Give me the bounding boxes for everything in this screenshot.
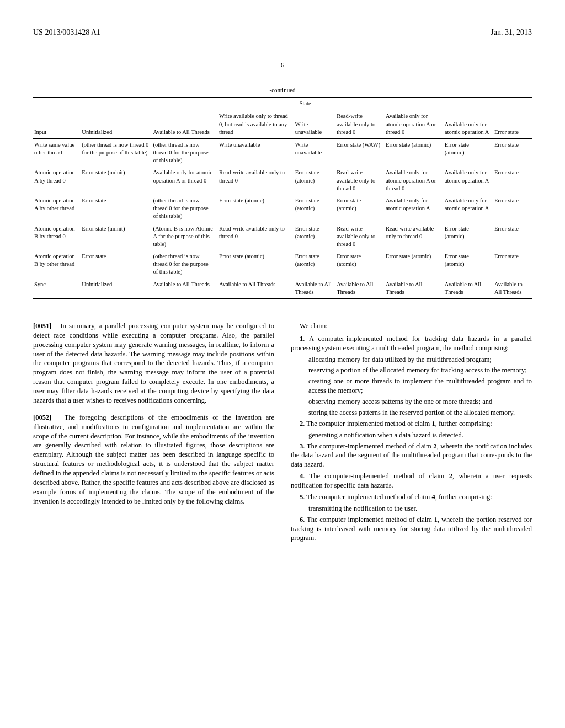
page-number: 6 [33, 60, 532, 70]
table-cell: Error state (atomic) [294, 167, 335, 195]
body-columns: [0051] In summary, a parallel processing… [33, 322, 532, 545]
table-cell: Read-write available only to thread 0 [218, 223, 294, 251]
publication-date: Jan. 31, 2013 [491, 28, 532, 38]
table-cell: (other thread is now thread 0 for the pu… [152, 138, 217, 167]
table-group-header: State [81, 97, 532, 110]
table-input-header: Input [33, 110, 81, 139]
para-number: [0051] [33, 322, 51, 330]
table-row: Atomic operation A by other thread Error… [33, 195, 532, 223]
table-cell: Error state (uninit) [81, 167, 152, 195]
table-row-label: Atomic operation A by thread 0 [33, 167, 81, 195]
table-row: Write same value other thread (other thr… [33, 138, 532, 167]
table-cell: Read-write available only to thread 0 [218, 167, 294, 195]
table-cell: Error state (atomic) [335, 250, 385, 279]
left-column: [0051] In summary, a parallel processing… [33, 322, 274, 545]
claim-1-step: storing the access patterns in the reser… [300, 408, 532, 417]
claim-5-text: The computer-implemented method of claim… [306, 493, 492, 501]
table-cell: Available only for atomic operation A [444, 167, 493, 195]
table-cell: Error state (atomic) [385, 250, 444, 279]
table-row-label: Sync [33, 279, 81, 299]
table-cell: Error state (atomic) [335, 195, 385, 223]
table-cell: Error state (atomic) [444, 138, 493, 167]
table-cell: Error state (atomic) [218, 250, 294, 279]
claim-5: 5. The computer-implemented method of cl… [291, 493, 532, 502]
table-row-label: Atomic operation B by thread 0 [33, 223, 81, 251]
claim-2-text: The computer-implemented method of claim… [306, 420, 492, 427]
table-cell: Available only for atomic operation A or… [152, 167, 217, 195]
table-row-label: Write same value other thread [33, 138, 81, 167]
table-col-header: Available only for atomic operation A or… [385, 110, 444, 139]
table-cell: Available to All Threads [493, 279, 532, 299]
claim-3-text: The computer-implemented method of claim… [291, 442, 532, 469]
table-cell: Error state (atomic) [218, 195, 294, 223]
table-cell: Available only for atomic operation A [385, 195, 444, 223]
table-cell: Uninitialized [81, 279, 152, 299]
table-col-header: Write available only to thread 0, but re… [218, 110, 294, 139]
table-cell: Available only for atomic operation A [444, 195, 493, 223]
table-cell: Available to All Threads [335, 279, 385, 299]
claim-1-step: reserving a portion of the allocated mem… [300, 366, 532, 375]
table-cell: Read-write available only to thread 0 [385, 223, 444, 251]
claim-1-step: observing memory access patterns by the … [300, 397, 532, 406]
table-cell: Error state (atomic) [294, 250, 335, 279]
table-cell: Available to All Threads [444, 279, 493, 299]
claim-2: 2. The computer-implemented method of cl… [291, 419, 532, 429]
table-cell: Error state (atomic) [294, 195, 335, 223]
table-cell: Available to All Threads [294, 279, 335, 299]
table-cell: Error state (uninit) [81, 223, 152, 251]
table-cell: Error state [81, 195, 152, 223]
publication-number: US 2013/0031428 A1 [33, 28, 100, 38]
table-cell: Available only for atomic operation A or… [385, 167, 444, 195]
table-cell: Error state (atomic) [444, 250, 493, 279]
table-cell: Read-write available only to thread 0 [335, 223, 385, 251]
para-number: [0052] [33, 414, 51, 421]
claim-1-text: A computer-implemented method for tracki… [291, 335, 532, 352]
table-col-header: Uninitialized [81, 110, 152, 139]
claim-1-step: allocating memory for data utilized by t… [300, 355, 532, 365]
table-cell: Available to All Threads [385, 279, 444, 299]
state-transition-table: State Input Uninitialized Available to A… [33, 97, 532, 299]
claim-5-step: transmitting the notification to the use… [300, 504, 532, 513]
paragraph-0051: [0051] In summary, a parallel processing… [33, 322, 274, 405]
right-column: We claim: 1. A computer-implemented meth… [291, 322, 532, 545]
table-cell: Error state [81, 250, 152, 279]
table-col-header: Available only for atomic operation A [444, 110, 493, 139]
claim-6: 6. The computer-implemented method of cl… [291, 515, 532, 543]
table-cell: (Atomic B is now Atomic A for the purpos… [152, 223, 217, 251]
claim-4: 4. The computer-implemented method of cl… [291, 472, 532, 490]
table-cell: Error state [493, 138, 532, 167]
paragraph-0052: [0052] The foregoing descriptions of the… [33, 413, 274, 506]
table-cell: Error state (atomic) [444, 223, 493, 251]
para-text: In summary, a parallel processing comput… [33, 322, 274, 404]
table-cell: Error state [493, 167, 532, 195]
table-cell: Error state (atomic) [294, 223, 335, 251]
table-cell: Read-write available only to thread 0 [335, 167, 385, 195]
table-cell: Error state [493, 195, 532, 223]
page-header: US 2013/0031428 A1 Jan. 31, 2013 [33, 28, 532, 38]
we-claim: We claim: [291, 322, 532, 331]
table-cell: (other thread is now thread 0 for the pu… [81, 138, 152, 167]
table-row: Atomic operation B by thread 0 Error sta… [33, 223, 532, 251]
table-cell: Error state (atomic) [385, 138, 444, 167]
table-cell: Write unavailable [294, 138, 335, 167]
table-cell: Available to All Threads [152, 279, 217, 299]
table-row-label: Atomic operation B by other thread [33, 250, 81, 279]
table-row: Sync Uninitialized Available to All Thre… [33, 279, 532, 299]
para-text: The foregoing descriptions of the embodi… [33, 414, 274, 505]
table-cell: Write unavailable [218, 138, 294, 167]
table-cell: Error state (WAW) [335, 138, 385, 167]
claim-3: 3. The computer-implemented method of cl… [291, 442, 532, 470]
claim-1-step: creating one or more threads to implemen… [300, 377, 532, 395]
claim-2-step: generating a notification when a data ha… [300, 431, 532, 440]
claim-1: 1. A computer-implemented method for tra… [291, 334, 532, 353]
table-row: Atomic operation B by other thread Error… [33, 250, 532, 279]
table-cell: Error state [493, 250, 532, 279]
table-col-header: Available to All Threads [152, 110, 217, 139]
table-col-header: Error state [493, 110, 532, 139]
table-cell: Error state [493, 223, 532, 251]
table-col-header: Write unavailable [294, 110, 335, 139]
table-cell: (other thread is now thread 0 for the pu… [152, 195, 217, 223]
table-row-label: Atomic operation A by other thread [33, 195, 81, 223]
claim-4-text: The computer-implemented method of claim… [291, 472, 532, 489]
table-cell: (other thread is now thread 0 for the pu… [152, 250, 217, 279]
